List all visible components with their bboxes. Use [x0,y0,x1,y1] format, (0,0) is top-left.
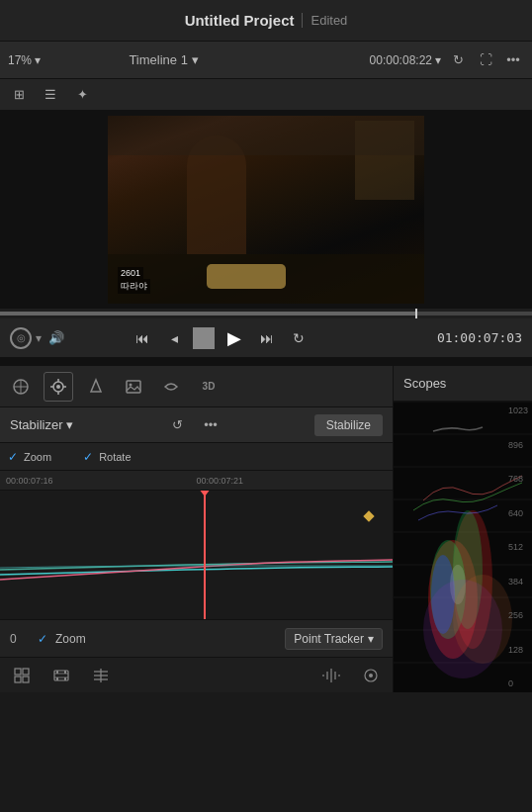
scope-label-256: 256 [508,610,528,620]
toggle-row: ✓ Zoom ✓ Rotate [0,443,393,471]
svg-rect-14 [23,677,29,682]
scrubber-fill [0,312,415,316]
timeline-fullscreen-icon[interactable]: ⛶ [475,49,496,71]
threed-icon[interactable]: 3D [194,372,223,402]
svg-rect-18 [56,671,58,674]
stop-button[interactable] [193,327,215,349]
tracker-chevron-icon: ▾ [368,632,374,646]
bottom-audio-icon[interactable] [317,662,345,689]
bottom-number: 0 [10,632,30,646]
bottom-right: Point Tracker ▾ [285,628,383,650]
timecode-chevron-icon: ▾ [435,53,441,67]
playhead-line [204,491,206,619]
tracking-icon[interactable] [44,372,73,402]
zoom-bottom-label[interactable]: Zoom [55,632,86,646]
svg-rect-9 [127,381,140,393]
video-frame: 2601 따라야 [108,116,424,304]
transform-icon[interactable] [6,372,36,402]
timeline-bar: 17% ▾ Timeline 1 ▾ 00:00:08:22 ▾ ↻ ⛶ ••• [0,42,532,79]
video-overlay-text1: 2601 [118,267,143,279]
ruler-mark-2: 00:00:07:21 [197,476,244,486]
effects-toolbar: 3D [0,366,393,407]
zoom-chevron-icon: ▾ [35,53,41,67]
bottom-toolbar [0,657,393,692]
timeline-timecode[interactable]: 00:00:08:22 ▾ [370,53,441,67]
scrubber-bar[interactable] [0,309,532,318]
scope-labels: 1023 896 768 640 512 384 256 128 0 [508,402,528,692]
scope-label-384: 384 [508,577,528,586]
svg-point-27 [369,674,373,677]
effects-left-panel: 3D Stabilizer ▾ ↺ ••• Stabilize ✓ Zoom ✓… [0,366,394,692]
playback-timecode: 01:00:07:03 [437,330,522,345]
svg-point-45 [453,575,512,664]
scope-label-640: 640 [508,508,528,518]
rotate-toggle-label[interactable]: Rotate [99,451,131,463]
loop-icon[interactable]: ↻ [286,325,311,351]
target-icon[interactable]: ◎ [10,327,32,349]
timeline-refresh-icon[interactable]: ↻ [447,49,469,71]
bottom-align-icon[interactable] [87,662,115,689]
zoom-bottom-check-icon[interactable]: ✓ [38,632,47,646]
scope-label-896: 896 [508,440,528,450]
svg-rect-21 [64,677,66,680]
rotate-check-icon[interactable]: ✓ [83,450,93,464]
stabilizer-title[interactable]: Stabilizer ▾ [10,417,73,432]
scope-label-128: 128 [508,645,528,655]
playback-center-controls: ⏮ ◂ ▶ ⏭ ↻ [130,324,311,352]
zoom-level[interactable]: 17% ▾ [8,53,41,67]
point-tracker-dropdown[interactable]: Point Tracker ▾ [285,628,383,650]
stab-reset-icon[interactable]: ↺ [166,414,188,436]
list-view-icon[interactable]: ☰ [40,84,61,106]
skip-forward-icon[interactable]: ⏭ [254,325,280,351]
skip-to-start-icon[interactable]: ⏮ [130,325,155,351]
stab-chevron-icon: ▾ [66,417,73,432]
video-preview: 2601 따라야 [0,111,532,309]
svg-rect-12 [23,669,29,675]
step-back-icon[interactable]: ◂ [161,325,187,351]
scopes-title: Scopes [394,366,532,402]
grid-view-icon[interactable]: ⊞ [8,84,30,106]
bottom-grid-icon[interactable] [8,662,36,689]
playback-left-controls: ◎ ▾ 🔊 [10,327,67,349]
warp-icon[interactable] [156,372,186,402]
timeline-more-icon[interactable]: ••• [502,49,524,71]
edited-badge: Edited [302,13,347,28]
stabilizer-header: Stabilizer ▾ ↺ ••• Stabilize [0,407,393,443]
project-title: Untitled Project [185,12,295,29]
video-overlay-text2: 따라야 [118,279,150,294]
timeline-name[interactable]: Timeline 1 ▾ [129,52,198,67]
keyframe-area: 00:00:07:16 00:00:07:21 [0,471,393,619]
scopes-display: 1023 896 768 640 512 384 256 128 0 [394,402,532,692]
curve-svg [0,491,393,619]
panel-separator [0,358,532,366]
playback-controls: ◎ ▾ 🔊 ⏮ ◂ ▶ ⏭ ↻ 01:00:07:03 [0,318,532,358]
chevron-icon[interactable]: ▾ [36,331,42,345]
scrubber-playhead [415,309,417,318]
svg-rect-13 [15,677,21,682]
scopes-panel: Scopes [394,366,532,692]
curve-area [0,491,393,619]
playhead-head [199,491,211,496]
scope-label-0: 0 [508,678,528,688]
ruler-mark-1: 00:00:07:16 [6,476,53,486]
zoom-check-icon[interactable]: ✓ [8,450,18,464]
scope-label-1023: 1023 [508,406,528,415]
video-thumbnail: 2601 따라야 [108,116,424,304]
svg-point-10 [130,383,133,386]
zoom-toggle-label[interactable]: Zoom [24,451,51,463]
timeline-ruler: 00:00:07:16 00:00:07:21 [0,471,393,491]
bottom-film-icon[interactable] [47,662,75,689]
timeline-name-chevron-icon: ▾ [192,52,199,67]
scope-label-512: 512 [508,542,528,552]
audio-icon[interactable]: 🔊 [45,327,67,349]
svg-rect-20 [56,677,58,680]
effects-panel: 3D Stabilizer ▾ ↺ ••• Stabilize ✓ Zoom ✓… [0,366,532,692]
top-bar: Untitled Project Edited [0,0,532,42]
stabilize-button[interactable]: Stabilize [314,414,383,436]
play-button[interactable]: ▶ [221,324,248,352]
bottom-effects-icon[interactable] [357,662,385,689]
stab-more-icon[interactable]: ••• [200,414,222,436]
color-icon[interactable] [81,372,111,402]
magic-icon[interactable]: ✦ [71,84,93,106]
image-icon[interactable] [119,372,148,402]
